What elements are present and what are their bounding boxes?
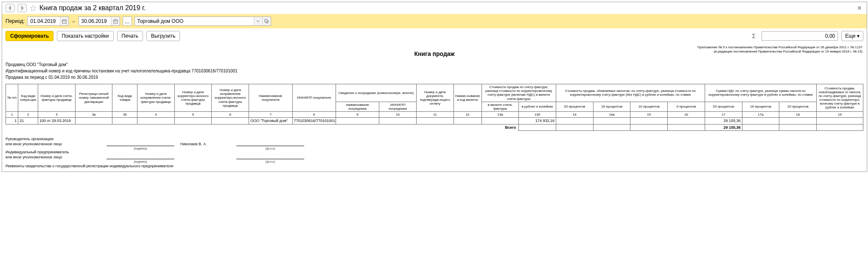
- close-button[interactable]: ✕: [856, 4, 863, 12]
- period-label: Период:: [6, 18, 25, 24]
- col-corr-invoice: Номер и дата исправления счета-фактуры п…: [137, 84, 174, 112]
- head-fio-line: [236, 146, 304, 146]
- ip-label-2: или иное уполномоченное лицо: [6, 155, 103, 159]
- date-to-picker[interactable]: [111, 17, 120, 25]
- head-sign-line: [106, 146, 174, 146]
- generate-button[interactable]: Сформировать: [6, 31, 53, 41]
- dash: –: [71, 19, 76, 24]
- seller-line: Продавец ООО "Торговый дом": [6, 61, 863, 68]
- date-from-group: [27, 17, 69, 26]
- ip-fio-line: [236, 159, 304, 159]
- col-buyer-inn: ИНН/КПП покупателя: [292, 84, 336, 112]
- toolbar: Сформировать Показать настройки Печать В…: [2, 28, 867, 44]
- req-line: Реквизиты свидетельства о государственно…: [6, 164, 863, 168]
- sum-input[interactable]: [762, 31, 838, 41]
- col-tax-0: 0 процентов: [668, 102, 705, 111]
- col-tax-20: 20 процентов: [556, 102, 593, 111]
- col-code: Код вида опера-ции: [18, 84, 38, 112]
- legal-note: Приложение № 5 к постановлению Правитель…: [697, 45, 862, 53]
- period-line: Продажа за период с 01.04.2019 по 30.06.…: [6, 74, 863, 80]
- date-to-group: [78, 17, 120, 26]
- organization-open[interactable]: [262, 17, 271, 25]
- col-vat-18: 18 процентов: [742, 102, 779, 111]
- svg-rect-8: [265, 19, 267, 22]
- back-button[interactable]: [6, 4, 15, 12]
- ip-sign-line: [106, 159, 174, 159]
- col-buyer: Наименование покупателя: [249, 84, 292, 112]
- favorite-icon[interactable]: [29, 4, 37, 12]
- col-vat-10: 10 процентов: [779, 102, 817, 111]
- report-area: Приложение № 5 к постановлению Правитель…: [2, 44, 867, 172]
- inn-kpp-line: Идентификационный номер и код причины по…: [6, 68, 863, 74]
- col-vat-20: 20 процентов: [705, 102, 742, 111]
- col-cost-group: Стоимость продаж по счету-фактуре, разни…: [482, 84, 556, 102]
- col-goods-code: Код вида товара: [112, 84, 137, 112]
- window: Книга продаж за 2 квартал 2019 г. ✕ Пери…: [2, 2, 867, 172]
- forward-button[interactable]: [17, 4, 27, 12]
- organization-group: [134, 17, 271, 26]
- titlebar: Книга продаж за 2 квартал 2019 г. ✕: [2, 2, 867, 14]
- col-agent-group: Сведения о посреднике (комиссионере, аге…: [336, 84, 416, 102]
- col-tax-18: 18 процентов: [593, 102, 630, 111]
- col-currency: Наиме-нование и код валюты: [454, 84, 482, 112]
- ip-label-1: Индивидуальный предприниматель: [6, 150, 103, 154]
- date-from-picker[interactable]: [60, 17, 68, 25]
- export-button[interactable]: Выгрузить: [146, 31, 180, 41]
- col-n: № п/п: [6, 84, 18, 112]
- col-cost-currency: в валюте счета-фактуры: [482, 102, 519, 111]
- col-cost-rub: в рублях и копейках: [519, 102, 556, 111]
- organization-dropdown[interactable]: [254, 17, 262, 25]
- col-taxable-group: Стоимость продаж, облагаемых налогом, по…: [556, 84, 705, 102]
- filter-bar: Период: – ...: [2, 14, 867, 28]
- sales-book-table: № п/п Код вида опера-ции Номер и дата сч…: [6, 84, 863, 131]
- print-button[interactable]: Печать: [117, 31, 143, 41]
- date-from-input[interactable]: [28, 17, 60, 25]
- svg-rect-4: [113, 19, 117, 23]
- col-paydoc: Номер и дата документа, подтвержда-ющего…: [416, 84, 454, 112]
- table-row[interactable]: 1 21 100 от 29.03.2019 ООО "Торговый дом…: [6, 118, 863, 124]
- svg-rect-0: [62, 19, 66, 23]
- col-agent-inn: ИНН/КПП посредника: [379, 102, 417, 111]
- head-name: Николаев В. А.: [178, 142, 233, 146]
- signatures: Руководитель организации или иное уполно…: [6, 137, 863, 168]
- head-label-1: Руководитель организации: [6, 137, 103, 141]
- total-row: Всего 29 155,36: [6, 124, 863, 130]
- more-button[interactable]: Еще ▾: [841, 31, 863, 41]
- date-to-input[interactable]: [79, 17, 111, 25]
- sum-icon: Σ: [750, 33, 759, 39]
- col-invoice: Номер и дата счета-фактуры продавца: [38, 84, 76, 112]
- col-corr3: Номер и дата исправления корректиро-вочн…: [212, 84, 249, 112]
- col-tax-10: 10 процентов: [630, 102, 668, 111]
- col-agent-name: наименование посредника: [336, 102, 379, 111]
- organization-input[interactable]: [135, 17, 254, 25]
- report-meta: Продавец ООО "Торговый дом" Идентификаци…: [6, 61, 863, 80]
- head-label-2: или иное уполномоченное лицо: [6, 142, 103, 146]
- col-corr2: Номер и дата корректиро-вочного счета-фа…: [174, 84, 212, 112]
- col-customs: Регистраци-онный номер таможенной деклар…: [75, 84, 112, 112]
- window-title: Книга продаж за 2 квартал 2019 г.: [39, 4, 853, 12]
- col-exempt: Стоимость продаж, освобождаемых от налог…: [817, 84, 863, 112]
- col-vat-group: Сумма НДС по счету-фактуре, разница сумм…: [705, 84, 816, 102]
- period-select-button[interactable]: ...: [123, 17, 132, 26]
- settings-button[interactable]: Показать настройки: [57, 31, 113, 41]
